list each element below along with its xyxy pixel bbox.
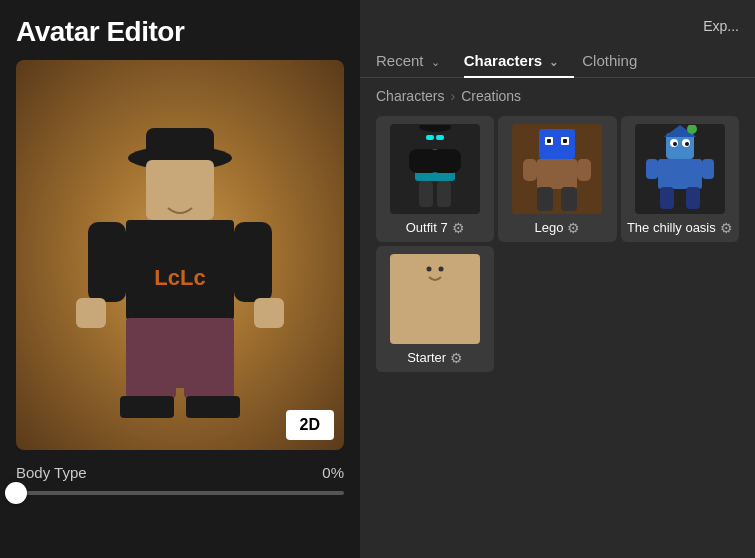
svg-rect-48 <box>421 259 449 285</box>
gear-icon-lego[interactable]: ⚙ <box>567 220 580 236</box>
avatar-viewport: LcLc 2D <box>16 60 344 450</box>
characters-chevron-icon: ⌄ <box>549 56 558 68</box>
svg-point-49 <box>427 267 432 272</box>
item-label-row-outfit7: Outfit 7 ⚙ <box>380 220 490 236</box>
svg-rect-54 <box>415 313 431 341</box>
item-thumbnail-chilly <box>635 124 725 214</box>
list-item[interactable]: Outfit 7 ⚙ <box>376 116 494 242</box>
svg-rect-33 <box>577 159 591 181</box>
svg-rect-31 <box>537 159 577 189</box>
svg-rect-53 <box>457 285 470 309</box>
svg-text:LcLc: LcLc <box>154 265 205 290</box>
gear-icon-chilly[interactable]: ⚙ <box>720 220 733 236</box>
starter-svg <box>395 255 475 343</box>
svg-rect-45 <box>660 187 674 209</box>
svg-rect-51 <box>413 285 457 315</box>
svg-rect-21 <box>431 149 461 173</box>
breadcrumb-part-2[interactable]: Creations <box>461 88 521 104</box>
body-type-label: Body Type <box>16 464 87 481</box>
tab-characters-label: Characters <box>464 52 542 69</box>
item-label-row-lego: Lego ⚙ <box>502 220 612 236</box>
left-panel: Avatar Editor LcLc <box>0 0 360 558</box>
list-item[interactable]: Starter ⚙ <box>376 246 494 372</box>
chilly-svg <box>640 125 720 213</box>
lego-svg <box>517 125 597 213</box>
svg-rect-23 <box>437 181 451 207</box>
tab-recent-label: Recent <box>376 52 424 69</box>
item-name-starter: Starter <box>407 350 446 366</box>
list-item[interactable]: Lego ⚙ <box>498 116 616 242</box>
svg-rect-34 <box>537 187 553 211</box>
breadcrumb: Characters › Creations <box>360 78 755 112</box>
svg-rect-15 <box>120 396 174 418</box>
item-label-row-starter: Starter ⚙ <box>380 350 490 366</box>
app-title: Avatar Editor <box>16 16 344 48</box>
gear-icon-outfit7[interactable]: ⚙ <box>452 220 465 236</box>
svg-rect-25 <box>436 135 444 140</box>
body-type-slider[interactable] <box>16 491 344 495</box>
svg-rect-24 <box>426 135 434 140</box>
svg-rect-55 <box>439 313 455 341</box>
svg-rect-5 <box>146 160 214 220</box>
svg-rect-12 <box>184 320 234 400</box>
2d-button[interactable]: 2D <box>286 410 334 440</box>
item-label-row-chilly: The chilly oasis ⚙ <box>625 220 735 236</box>
svg-rect-26 <box>539 129 575 159</box>
svg-point-40 <box>673 142 677 146</box>
item-thumbnail-lego <box>512 124 602 214</box>
tab-recent[interactable]: Recent ⌄ <box>376 44 456 77</box>
breadcrumb-part-1[interactable]: Characters <box>376 88 444 104</box>
recent-chevron-icon: ⌄ <box>431 56 440 68</box>
svg-rect-42 <box>658 159 702 189</box>
svg-point-50 <box>439 267 444 272</box>
body-type-section: Body Type 0% <box>16 464 344 495</box>
list-item[interactable]: The chilly oasis ⚙ <box>621 116 739 242</box>
top-bar: Exp... <box>360 0 755 40</box>
svg-rect-22 <box>419 181 433 207</box>
svg-rect-44 <box>702 159 714 179</box>
item-thumbnail-starter <box>390 254 480 344</box>
item-thumbnail-outfit7 <box>390 124 480 214</box>
item-name-outfit7: Outfit 7 <box>406 220 448 236</box>
svg-rect-35 <box>561 187 577 211</box>
breadcrumb-separator: › <box>450 88 455 104</box>
svg-rect-16 <box>186 396 240 418</box>
items-grid: Outfit 7 ⚙ <box>360 112 755 376</box>
explore-button[interactable]: Exp... <box>703 18 739 34</box>
svg-rect-9 <box>234 222 272 302</box>
svg-point-41 <box>685 142 689 146</box>
svg-rect-29 <box>547 139 551 143</box>
body-type-row: Body Type 0% <box>16 464 344 481</box>
svg-rect-14 <box>254 298 284 328</box>
svg-rect-11 <box>126 320 176 400</box>
svg-rect-43 <box>646 159 658 179</box>
nav-tabs: Recent ⌄ Characters ⌄ Clothing <box>360 44 755 78</box>
tab-characters[interactable]: Characters ⌄ <box>464 44 575 77</box>
item-name-chilly: The chilly oasis <box>627 220 716 236</box>
gear-icon-starter[interactable]: ⚙ <box>450 350 463 366</box>
right-panel: Exp... Recent ⌄ Characters ⌄ Clothing Ch… <box>360 0 755 558</box>
svg-rect-30 <box>563 139 567 143</box>
body-type-value: 0% <box>322 464 344 481</box>
svg-rect-46 <box>686 187 700 209</box>
svg-rect-1 <box>146 128 214 164</box>
svg-rect-13 <box>76 298 106 328</box>
tab-clothing[interactable]: Clothing <box>582 44 653 77</box>
svg-rect-8 <box>88 222 126 302</box>
svg-rect-52 <box>400 285 413 309</box>
svg-rect-32 <box>523 159 537 181</box>
item-name-lego: Lego <box>535 220 564 236</box>
tab-clothing-label: Clothing <box>582 52 637 69</box>
avatar-svg: LcLc <box>16 60 344 450</box>
outfit7-svg <box>395 125 475 213</box>
slider-thumb[interactable] <box>5 482 27 504</box>
